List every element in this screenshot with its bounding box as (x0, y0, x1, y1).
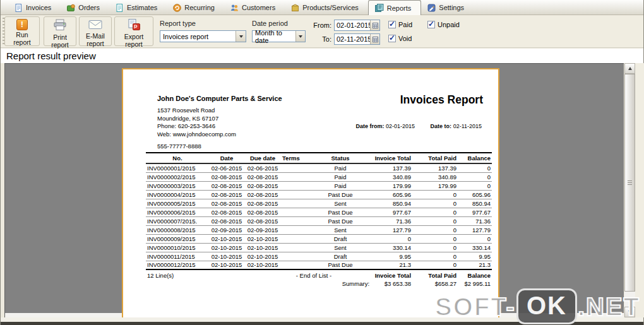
report-page: John Doe's Computer Parts & Service 1537… (122, 68, 499, 317)
watermark: SOFT- OK .NET (435, 288, 640, 324)
report-type-value: Invoices report (163, 33, 208, 40)
envelope-icon (88, 19, 103, 32)
invoice-row: INV0000008/201502-09-201502-09-2015Sent1… (146, 225, 492, 234)
line-count: 12 Line(s) (146, 272, 281, 280)
summary-balance: $2 995.11 (458, 280, 492, 288)
table-header-row: No. Date Due date Terms Status Invoice T… (146, 153, 492, 163)
invoice-row: INV0000004/201502-08-201502-08-2015Past … (146, 190, 492, 199)
end-of-list: - End of List - (281, 272, 371, 280)
date-to-input[interactable] (335, 35, 370, 43)
tab-reports[interactable]: Reports (368, 0, 422, 15)
void-checkbox[interactable]: Void (388, 35, 412, 42)
invoice-row: INV0000010/201502-10-201502-10-2015Sent3… (146, 243, 492, 252)
summary-header-row: 12 Line(s) - End of List - Invoice Total… (146, 272, 492, 280)
vertical-scrollbar[interactable] (624, 63, 635, 317)
settings-icon (427, 4, 436, 12)
tab-bar: Invoices Orders Estimates Recurring Cust… (1, 0, 643, 15)
report-toolbar: ! Run report Print report E-Mail report … (1, 15, 643, 48)
company-name: John Doe's Computer Parts & Service (157, 95, 282, 102)
invoices-table: No. Date Due date Terms Status Invoice T… (146, 152, 492, 270)
tab-products-services[interactable]: Products/Services (285, 1, 368, 15)
date-period-select[interactable]: Month to date (252, 30, 306, 42)
company-id: 555-77777-8888 (157, 143, 201, 150)
checkbox-check-icon (427, 21, 435, 28)
calendar-icon[interactable] (370, 20, 379, 30)
arrow-up-icon (628, 67, 632, 70)
report-type-label: Report type (160, 20, 196, 27)
company-address: 1537 Roosevelt Road Moundridge, KS 67107… (157, 107, 236, 138)
date-period-value: Month to date (255, 29, 295, 44)
checkbox-check-icon (388, 21, 396, 28)
date-from-input[interactable] (335, 21, 370, 29)
run-report-icon: ! (16, 19, 28, 30)
preview-heading: Report result preview (1, 49, 643, 63)
summary-invoice-total: $3 653.38 (371, 280, 412, 288)
estimates-icon (116, 4, 124, 12)
summary-totals-row: Summary: $3 653.38 $658.27 $2 995.11 (146, 280, 492, 288)
thumb-grip-icon (628, 180, 632, 186)
report-table-area: No. Date Due date Terms Status Invoice T… (146, 152, 492, 288)
date-from-label: From: (309, 21, 331, 29)
invoice-row: INV0000001/201502-06-201502-06-2015Paid1… (146, 163, 492, 172)
paid-checkbox[interactable]: Paid (388, 21, 412, 28)
invoice-row: INV0000011/201502-10-201502-10-2015Draft… (146, 252, 492, 261)
email-report-button[interactable]: E-Mail report (79, 16, 112, 46)
dropdown-arrow-icon (236, 31, 246, 42)
invoice-row: INV0000002/201502-08-201502-08-2015Paid3… (146, 172, 492, 181)
export-pdf-button[interactable]: Export report to PDF file (114, 16, 153, 46)
window-right-margin (635, 63, 644, 317)
invoice-row: INV0000007/2015.02-08-201502-08-2015Past… (146, 216, 492, 225)
run-report-button[interactable]: ! Run report (4, 16, 40, 46)
invoice-row: INV0000003/201502-08-201502-08-2015Paid1… (146, 181, 492, 190)
tab-orders[interactable]: Orders (61, 1, 109, 15)
tab-customers[interactable]: Customers (224, 1, 285, 15)
report-type-select[interactable]: Invoices report (160, 30, 246, 42)
printer-icon (53, 19, 67, 33)
date-period-label: Date period (252, 20, 288, 27)
orders-icon (67, 4, 75, 12)
tab-settings[interactable]: Settings (421, 1, 474, 15)
print-report-button[interactable]: Print report (44, 16, 76, 46)
tab-estimates[interactable]: Estimates (109, 1, 167, 15)
unpaid-checkbox[interactable]: Unpaid (427, 21, 460, 28)
invoice-row: INV0000005/201502-08-201502-08-2015Sent8… (146, 199, 492, 208)
tab-recurring[interactable]: Recurring (167, 1, 224, 15)
report-preview-area: John Doe's Computer Parts & Service 1537… (4, 63, 624, 317)
customers-icon (230, 4, 239, 12)
checkbox-check-icon (388, 35, 396, 42)
pdf-export-icon (128, 19, 141, 32)
invoices-icon (15, 4, 23, 12)
summary-label: Summary: (310, 280, 371, 288)
scrollbar-thumb[interactable] (624, 74, 635, 292)
date-to-label: To: (309, 35, 331, 43)
reports-icon (375, 4, 384, 12)
summary-table: 12 Line(s) - End of List - Invoice Total… (146, 272, 492, 288)
report-title: Invoices Report (400, 93, 483, 107)
scroll-up-button[interactable] (624, 63, 635, 74)
dropdown-arrow-icon (295, 31, 305, 42)
summary-total-paid: $658.27 (412, 280, 458, 288)
recurring-icon (173, 4, 181, 12)
report-date-range: Date from: 02-01-2015 Date to: 02-11-201… (356, 123, 482, 129)
invoice-row: INV0000012/201502-10-201502-10-2015Past … (146, 261, 492, 269)
app-window: Invoices Orders Estimates Recurring Cust… (0, 0, 644, 325)
calendar-icon[interactable] (370, 34, 379, 44)
date-from-field (334, 20, 380, 31)
tab-invoices[interactable]: Invoices (8, 1, 61, 15)
invoice-row: INV0000006/201502-08-201502-08-2015Past … (146, 208, 492, 216)
products-icon (291, 4, 299, 12)
invoice-row: INV0000009/201502-10-201502-10-2015Draft… (146, 234, 492, 243)
date-to-field (334, 33, 380, 45)
